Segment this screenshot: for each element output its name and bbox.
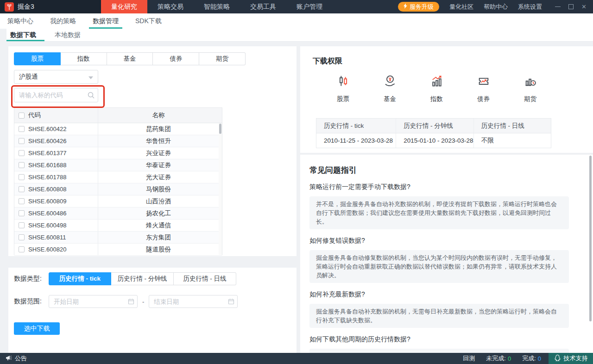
brand: 掘金3 [0, 0, 101, 13]
name-column-header: 名称 [98, 108, 219, 123]
row-name: 马钢股份 [98, 183, 219, 195]
complete-value: 0 [538, 355, 541, 362]
row-checkbox[interactable] [19, 174, 25, 180]
select-all-checkbox[interactable] [19, 113, 25, 119]
faq-answer: 下载的分钟线为1分钟线数据，1分钟的整数倍数据由1分钟线合成，无需额外下载；另外… [309, 349, 569, 353]
faq-question: 如何补充最新数据? [309, 290, 569, 299]
row-checkbox-cell [14, 162, 28, 168]
row-checkbox[interactable] [19, 210, 25, 216]
tech-support-button[interactable]: 技术支持 [549, 353, 593, 364]
row-checkbox[interactable] [19, 162, 25, 168]
row-checkbox[interactable] [19, 222, 25, 228]
permissions-table-values: 2010-11-25 - 2023-03-282015-01-10 - 2023… [316, 133, 551, 148]
start-date-input[interactable] [49, 295, 138, 308]
titlebar-link-3[interactable]: 系统设置 [518, 3, 542, 11]
data-type-option-1[interactable]: 历史行情 - tick [49, 272, 111, 285]
announcement[interactable]: 公告 [6, 354, 27, 363]
faq-answer: 掘金服务具备自动补充数据的机制，无需每日补充最新数据，当您的策略运行时，策略会自… [309, 304, 569, 328]
asset-tab-3[interactable]: 基金 [107, 52, 153, 65]
row-code: SHSE.600811 [28, 234, 98, 241]
menu-item-4[interactable]: 交易工具 [240, 0, 286, 13]
table-row[interactable]: SHSE.601377兴业证券 [14, 147, 222, 159]
symbol-search-input[interactable] [14, 88, 98, 102]
table-scrollbar-thumb[interactable] [219, 124, 221, 134]
faq-panel: 常见问题指引 策略运行前一定需要手动下载数据?并不是，掘金服务具备自动补充数据的… [300, 155, 593, 353]
row-checkbox[interactable] [19, 150, 25, 156]
table-row[interactable]: SHSE.600426华鲁恒升 [14, 135, 222, 147]
maximize-button[interactable] [568, 4, 574, 9]
download-selected-button[interactable]: 选中下载 [14, 322, 60, 335]
table-row[interactable]: SHSE.600498烽火通信 [14, 220, 222, 232]
service-upgrade-button[interactable]: 服务升级 [398, 2, 439, 12]
titlebar-link-2[interactable]: 帮助中心 [484, 3, 508, 11]
bond-ticket-icon [477, 73, 490, 89]
titlebar-link-1[interactable]: 量化社区 [449, 3, 473, 11]
row-checkbox-cell [14, 126, 28, 132]
backtest-status: 回测 未完成: 0 完成: 0 [463, 354, 541, 363]
subtab-1[interactable]: 数据下载 [2, 29, 44, 41]
table-row[interactable]: SHSE.600808马钢股份 [14, 183, 222, 195]
asset-tab-5[interactable]: 期货 [199, 52, 246, 65]
row-checkbox-cell [14, 210, 28, 216]
asset-tab-1[interactable]: 股票 [14, 52, 61, 65]
nav-item-4[interactable]: SDK下载 [132, 13, 165, 29]
permission-category: 股票 [320, 73, 366, 103]
asset-tab-2[interactable]: 指数 [61, 52, 107, 65]
perm-header-cell: 历史行情 - tick [316, 119, 396, 133]
row-checkbox[interactable] [19, 234, 25, 240]
table-row[interactable]: SHSE.600422昆药集团 [14, 123, 222, 135]
row-checkbox-cell [14, 150, 28, 156]
category-label: 股票 [337, 95, 349, 103]
perm-value-cell: 2015-01-10 - 2023-03-28 [396, 133, 473, 148]
faq-question: 如何修复错误数据? [309, 237, 569, 245]
menu-item-1[interactable]: 量化研究 [101, 0, 147, 13]
row-checkbox-cell [14, 186, 28, 192]
row-checkbox[interactable] [19, 126, 25, 132]
menu-item-5[interactable]: 账户管理 [286, 0, 333, 13]
market-select[interactable]: 沪股通 [14, 70, 98, 84]
row-checkbox[interactable] [19, 246, 25, 252]
date-range-row: 数据范围: - [14, 295, 238, 308]
row-checkbox-cell [14, 198, 28, 204]
table-row[interactable]: SHSE.600820隧道股份 [14, 244, 222, 256]
subtab-2[interactable]: 本地数据 [46, 29, 89, 41]
perm-header-cell: 历史行情 - 分钟线 [396, 119, 473, 133]
data-type-option-2[interactable]: 历史行情 - 分钟线 [111, 272, 174, 285]
sub-tabs: 数据下载本地数据 [0, 29, 593, 42]
calendar-icon [128, 298, 134, 307]
menu-item-3[interactable]: 智能策略 [194, 0, 240, 13]
row-checkbox[interactable] [19, 138, 25, 144]
table-row[interactable]: SHSE.601788光大证券 [14, 171, 222, 183]
faq-title: 常见问题指引 [309, 165, 569, 176]
start-date-field [49, 295, 138, 308]
close-button[interactable]: ✕ [581, 4, 587, 10]
nav-item-1[interactable]: 策略中心 [4, 13, 37, 29]
chevron-down-icon [88, 74, 93, 81]
row-name: 隧道股份 [98, 244, 219, 255]
app-logo-icon [5, 2, 14, 12]
table-row[interactable]: SHSE.601688华泰证券 [14, 159, 222, 171]
end-date-input[interactable] [149, 295, 238, 308]
titlebar: 掘金3 量化研究策略交易智能策略交易工具账户管理 服务升级 量化社区帮助中心系统… [0, 0, 593, 13]
data-type-option-3[interactable]: 历史行情 - 日线 [174, 272, 236, 285]
table-row[interactable]: SHSE.600486扬农化工 [14, 207, 222, 220]
table-row[interactable]: SHSE.600809山西汾酒 [14, 195, 222, 207]
faq-answer: 掘金服务具备自动修复数据的机制，当您认为某个时间段内的数据有误时，无需手动修复，… [309, 250, 569, 283]
asset-tab-4[interactable]: 债券 [153, 52, 199, 65]
row-code: SHSE.601688 [28, 162, 98, 169]
faq-scrollbar-thumb[interactable] [589, 156, 592, 321]
permission-category: 指数 [413, 73, 460, 103]
category-icons-row: 股票基金指数债券期货 [320, 73, 554, 103]
row-checkbox[interactable] [19, 198, 25, 204]
row-checkbox-cell [14, 234, 28, 240]
table-row[interactable]: SHSE.600811东方集团 [14, 232, 222, 244]
row-name: 华鲁恒升 [98, 135, 219, 147]
nav-item-2[interactable]: 我的策略 [46, 13, 80, 29]
row-checkbox[interactable] [19, 186, 25, 192]
market-select-value: 沪股通 [19, 73, 38, 81]
nav-item-3[interactable]: 数据管理 [89, 13, 122, 29]
data-type-row: 数据类型: 历史行情 - tick历史行情 - 分钟线历史行情 - 日线 [14, 272, 236, 285]
complete-label: 完成: [522, 354, 536, 363]
menu-item-2[interactable]: 策略交易 [147, 0, 194, 13]
minimize-button[interactable] [555, 6, 561, 7]
